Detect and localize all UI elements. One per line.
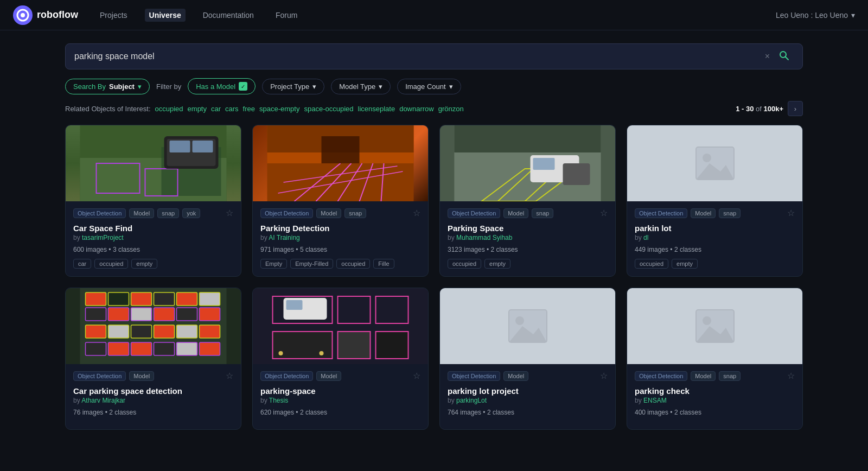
search-by-filter[interactable]: Search By Subject ▾: [65, 79, 150, 94]
card-tags: Object Detection Model ☆: [260, 371, 420, 381]
card-model-tag: Model: [129, 371, 154, 381]
card-title: parking-space: [260, 386, 420, 396]
card-author: by AI Training: [260, 234, 420, 241]
search-input[interactable]: [74, 52, 761, 61]
svg-point-71: [320, 351, 324, 355]
card-yok-tag: yok: [182, 208, 200, 218]
card-snap-tag: snap: [719, 208, 741, 218]
svg-rect-59: [177, 342, 197, 355]
card-stats: 620 images • 2 classes: [260, 409, 420, 416]
image-count-filter[interactable]: Image Count ▾: [397, 79, 461, 94]
star-button[interactable]: ☆: [787, 371, 795, 381]
nav-forum[interactable]: Forum: [271, 9, 302, 22]
svg-rect-24: [322, 136, 360, 163]
check-icon: ✓: [239, 82, 247, 91]
card-parking-space[interactable]: Object Detection Model snap ☆ Parking Sp…: [439, 125, 616, 277]
class-tag: Empty-Filled: [290, 259, 333, 269]
star-button[interactable]: ☆: [600, 371, 608, 381]
svg-rect-58: [154, 342, 175, 355]
filter-by-label: Filter by: [156, 82, 181, 91]
card-car-space-find[interactable]: Object Detection Model snap yok ☆ Car Sp…: [65, 125, 241, 277]
chevron-down-icon: ▾: [312, 82, 316, 91]
related-tag-occupied[interactable]: occupied: [155, 105, 183, 113]
svg-rect-32: [563, 163, 590, 185]
svg-rect-47: [177, 308, 197, 321]
card-stats: 400 images • 2 classes: [635, 409, 795, 416]
related-tag-licenseplate[interactable]: licenseplate: [358, 105, 395, 113]
card-classes: occupied empty: [635, 259, 795, 269]
related-tag-space-empty[interactable]: space-empty: [259, 105, 299, 113]
related-tag-space-occupied[interactable]: space-occupied: [304, 105, 353, 113]
card-thumbnail: [253, 288, 428, 364]
clear-search-button[interactable]: ×: [765, 52, 770, 61]
nav-projects[interactable]: Projects: [95, 9, 132, 22]
has-model-filter[interactable]: Has a Model ✓: [188, 78, 256, 94]
card-snap-tag: snap: [719, 371, 741, 381]
svg-rect-46: [154, 308, 175, 321]
card-parking-check[interactable]: Object Detection Model snap ☆ parking ch…: [627, 288, 803, 430]
svg-rect-66: [286, 300, 303, 310]
star-button[interactable]: ☆: [413, 208, 420, 218]
related-tag-empty[interactable]: empty: [188, 105, 207, 113]
class-tag: empty: [672, 259, 698, 269]
card-title: parking check: [635, 386, 795, 396]
class-tag: empty: [484, 259, 510, 269]
results-next-button[interactable]: ›: [788, 101, 803, 116]
card-image: [66, 125, 241, 201]
svg-rect-56: [108, 342, 129, 355]
card-tags: Object Detection Model ☆: [73, 371, 233, 381]
card-type-tag: Object Detection: [448, 208, 500, 218]
user-menu[interactable]: Leo Ueno : Leo Ueno ▾: [776, 11, 855, 20]
nav-universe[interactable]: Universe: [145, 9, 186, 22]
card-car-parking-space-detection[interactable]: Object Detection Model ☆ Car parking spa…: [65, 288, 241, 430]
logo[interactable]: roboflow: [13, 5, 78, 25]
card-parking-lot-project[interactable]: Object Detection Model ☆ parking lot pro…: [439, 288, 616, 430]
search-button[interactable]: [774, 48, 794, 66]
card-body: Object Detection Model ☆ parking-space b…: [253, 364, 428, 429]
class-tag: car: [73, 259, 91, 269]
card-author: by Atharv Mirajkar: [73, 397, 233, 404]
nav-documentation[interactable]: Documentation: [199, 9, 258, 22]
card-stats: 600 images • 3 classes: [73, 246, 233, 253]
class-tag: occupied: [94, 259, 128, 269]
svg-rect-12: [170, 141, 190, 152]
svg-rect-53: [177, 325, 197, 338]
card-parkin-lot[interactable]: Object Detection Model snap ☆ parkin lot…: [627, 125, 803, 277]
star-button[interactable]: ☆: [787, 208, 795, 218]
image-count-label: Image Count: [405, 82, 445, 91]
card-parking-space-thesis[interactable]: Object Detection Model ☆ parking-space b…: [252, 288, 429, 430]
card-tags: Object Detection Model snap ☆: [260, 208, 420, 218]
project-type-filter[interactable]: Project Type ▾: [262, 79, 324, 94]
svg-rect-44: [108, 308, 129, 321]
related-tag-free[interactable]: free: [243, 105, 255, 113]
card-classes: Empty Empty-Filled occupied Fille: [260, 259, 420, 269]
svg-rect-13: [193, 141, 213, 152]
related-tag-gronzon[interactable]: grönzon: [438, 105, 464, 113]
model-type-filter[interactable]: Model Type ▾: [331, 79, 391, 94]
svg-rect-54: [200, 325, 220, 338]
card-type-tag: Object Detection: [635, 208, 687, 218]
related-tag-cars[interactable]: cars: [225, 105, 239, 113]
star-button[interactable]: ☆: [226, 371, 233, 381]
project-type-label: Project Type: [270, 82, 309, 91]
navbar: roboflow Projects Universe Documentation…: [0, 0, 868, 30]
card-model-tag: Model: [503, 208, 528, 218]
logo-icon: [13, 5, 33, 25]
has-model-label: Has a Model: [196, 82, 235, 91]
logo-text: roboflow: [37, 9, 78, 21]
filters-row: Search By Subject ▾ Filter by Has a Mode…: [0, 78, 868, 101]
card-parking-detection[interactable]: Object Detection Model snap ☆ Parking De…: [252, 125, 429, 277]
star-button[interactable]: ☆: [226, 208, 233, 218]
cards-grid-section: Object Detection Model snap yok ☆ Car Sp…: [0, 125, 868, 430]
card-model-tag: Model: [316, 371, 341, 381]
related-tag-downarrow[interactable]: downarrow: [399, 105, 434, 113]
card-image: [66, 288, 241, 364]
class-tag: empty: [131, 259, 157, 269]
star-button[interactable]: ☆: [600, 208, 608, 218]
placeholder-icon: [693, 307, 737, 345]
card-model-tag: Model: [129, 208, 154, 218]
svg-rect-69: [376, 332, 409, 359]
related-tag-car[interactable]: car: [211, 105, 221, 113]
model-type-label: Model Type: [339, 82, 375, 91]
star-button[interactable]: ☆: [413, 371, 420, 381]
